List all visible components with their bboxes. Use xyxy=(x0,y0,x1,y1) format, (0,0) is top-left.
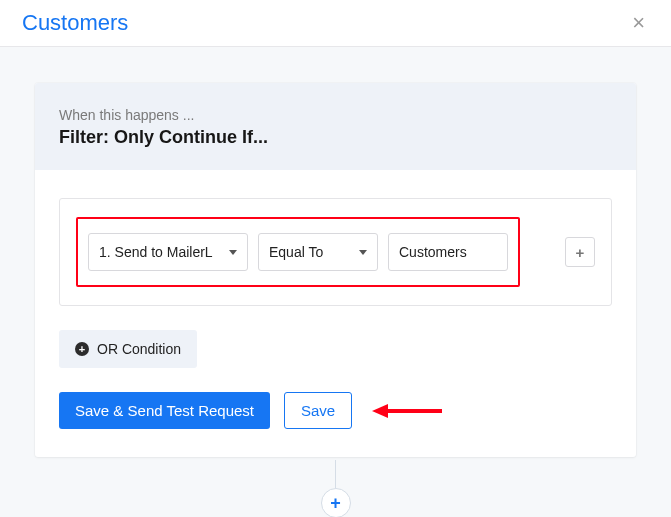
page-header: Customers × xyxy=(0,0,671,47)
filter-operator-label: Equal To xyxy=(269,244,351,260)
save-test-button[interactable]: Save & Send Test Request xyxy=(59,392,270,429)
close-icon[interactable]: × xyxy=(628,12,649,34)
or-condition-label: OR Condition xyxy=(97,341,181,357)
arrow-head-icon xyxy=(372,404,388,418)
card-subtitle: When this happens ... xyxy=(59,107,612,123)
chevron-down-icon xyxy=(229,250,237,255)
card-body: 1. Send to MailerL Equal To Customers + xyxy=(35,170,636,457)
plus-icon: + xyxy=(330,493,341,514)
page-title: Customers xyxy=(22,10,128,36)
connector-line xyxy=(335,460,336,488)
step-connector: + xyxy=(321,460,351,517)
add-step-button[interactable]: + xyxy=(321,488,351,517)
filter-card: When this happens ... Filter: Only Conti… xyxy=(35,83,636,457)
plus-circle-icon: + xyxy=(75,342,89,356)
rule-box: 1. Send to MailerL Equal To Customers + xyxy=(59,198,612,306)
card-title: Filter: Only Continue If... xyxy=(59,127,612,148)
plus-icon: + xyxy=(576,244,585,261)
card-header: When this happens ... Filter: Only Conti… xyxy=(35,83,636,170)
arrow-shaft xyxy=(388,409,442,413)
filter-value-text: Customers xyxy=(399,244,497,260)
add-rule-button[interactable]: + xyxy=(565,237,595,267)
filter-operator-select[interactable]: Equal To xyxy=(258,233,378,271)
annotation-arrow xyxy=(372,404,442,418)
save-button[interactable]: Save xyxy=(284,392,352,429)
or-condition-button[interactable]: + OR Condition xyxy=(59,330,197,368)
filter-field-label: 1. Send to MailerL xyxy=(99,244,221,260)
chevron-down-icon xyxy=(359,250,367,255)
rule-highlight: 1. Send to MailerL Equal To Customers xyxy=(76,217,520,287)
filter-value-input[interactable]: Customers xyxy=(388,233,508,271)
filter-field-select[interactable]: 1. Send to MailerL xyxy=(88,233,248,271)
actions-row: Save & Send Test Request Save xyxy=(59,392,612,429)
stage: When this happens ... Filter: Only Conti… xyxy=(0,47,671,457)
